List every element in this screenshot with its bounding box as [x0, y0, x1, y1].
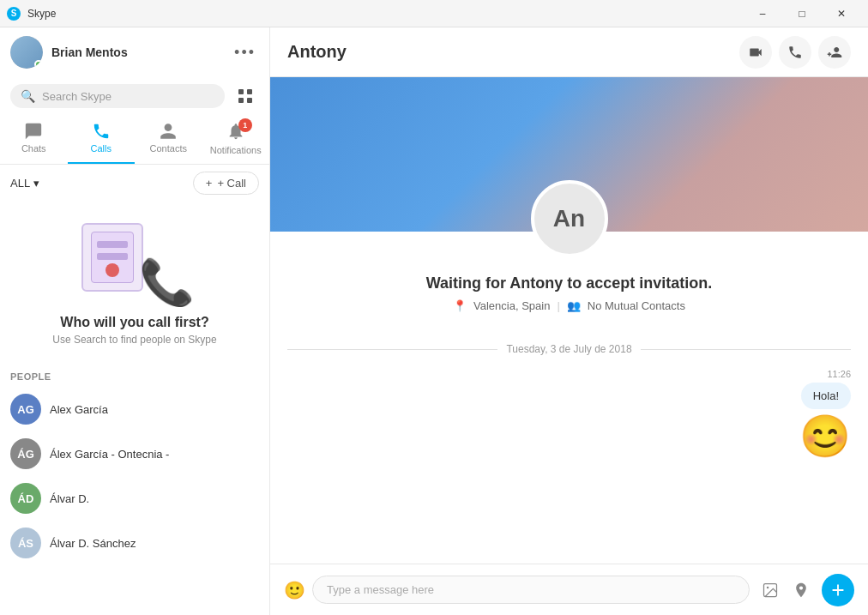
- call-plus-icon: +: [206, 177, 213, 190]
- app-icon: S: [7, 7, 21, 21]
- sidebar-content: 📞 Who will you call first? Use Search to…: [0, 202, 269, 615]
- message-group: 11:26 Hola! 😊: [287, 369, 851, 461]
- image-button[interactable]: [756, 576, 784, 604]
- svg-rect-3: [247, 98, 252, 103]
- profile-area: Brian Mentos •••: [0, 27, 269, 77]
- svg-rect-1: [247, 89, 252, 94]
- input-actions: [756, 576, 815, 604]
- message-emoji: 😊: [799, 413, 851, 461]
- list-item[interactable]: AG Alex García: [0, 387, 269, 431]
- video-call-button[interactable]: [739, 36, 772, 69]
- date-line-left: [287, 349, 497, 350]
- avatar: ÁG: [10, 438, 41, 469]
- filter-label: ALL: [10, 177, 30, 190]
- new-call-button[interactable]: + + Call: [193, 172, 259, 195]
- titlebar: S Skype – □ ✕: [0, 0, 868, 27]
- message-input[interactable]: [312, 576, 750, 604]
- contact-name: Álvar D. Sánchez: [50, 537, 136, 550]
- tab-chats[interactable]: Chats: [0, 115, 68, 164]
- search-bar: 🔍: [0, 77, 269, 115]
- search-icon: 🔍: [21, 89, 35, 103]
- avatar: ÁS: [10, 528, 41, 558]
- sidebar: Brian Mentos ••• 🔍: [0, 27, 270, 615]
- avatar: ÁD: [10, 483, 41, 514]
- tab-chats-label: Chats: [21, 143, 46, 154]
- meta-separator: |: [557, 299, 559, 312]
- date-line-right: [641, 349, 851, 350]
- list-item[interactable]: ÁS Álvar D. Sánchez: [0, 521, 269, 565]
- empty-state-subtext: Use Search to find people on Skype: [52, 334, 216, 346]
- location-button[interactable]: [787, 576, 815, 604]
- empty-state-heading: Who will you call first?: [60, 315, 208, 330]
- location-text: Valencia, Spain: [473, 299, 550, 312]
- chat-panel: Antony An Waiting for Antony to accept: [270, 27, 868, 615]
- message-time: 11:26: [827, 369, 851, 379]
- list-item[interactable]: ÁG Álex García - Ontecnia -: [0, 431, 269, 476]
- user-avatar[interactable]: [10, 36, 43, 69]
- notification-badge: 1: [238, 118, 252, 132]
- app-title: Skype: [27, 8, 56, 20]
- contact-name: Alex García: [50, 403, 108, 416]
- tab-calls[interactable]: Calls: [68, 115, 136, 164]
- people-section-label: PEOPLE: [10, 371, 51, 382]
- invitation-meta: 📍 Valencia, Spain | 👥 No Mutual Contacts: [453, 299, 685, 312]
- filter-chevron-icon: ▾: [33, 177, 39, 190]
- contact-list: AG Alex García ÁG Álex García - Ontecnia…: [0, 387, 269, 615]
- contact-name: Álex García - Ontecnia -: [50, 448, 169, 461]
- avatar-initials: An: [553, 205, 585, 232]
- search-input[interactable]: [42, 90, 214, 103]
- location-icon: 📍: [453, 299, 467, 312]
- maximize-button[interactable]: □: [782, 0, 822, 27]
- profile-left: Brian Mentos: [10, 36, 128, 69]
- chat-header: Antony: [270, 27, 868, 77]
- call-button-label: + Call: [217, 177, 246, 190]
- voice-call-button[interactable]: [779, 36, 811, 69]
- add-button[interactable]: [822, 574, 854, 606]
- avatar: AG: [10, 394, 41, 425]
- svg-point-5: [767, 586, 769, 588]
- main-layout: Brian Mentos ••• 🔍: [0, 27, 868, 615]
- date-label: Tuesday, 3 de July de 2018: [506, 343, 631, 355]
- invitation-text: Waiting for Antony to accept invitation.: [426, 274, 713, 292]
- mutual-contacts-icon: 👥: [567, 299, 581, 312]
- tab-calls-label: Calls: [91, 143, 112, 154]
- nav-tabs: Chats Calls Contacts 1 Notifications: [0, 115, 269, 165]
- window-controls: – □ ✕: [743, 0, 861, 27]
- contact-avatar-large: An: [531, 180, 608, 257]
- emoji-button[interactable]: 🙂: [284, 580, 305, 600]
- mutual-contacts-text: No Mutual Contacts: [588, 299, 685, 312]
- close-button[interactable]: ✕: [822, 0, 861, 27]
- profile-banner: An: [270, 77, 868, 232]
- people-section: PEOPLE: [0, 363, 269, 387]
- titlebar-left: S Skype: [7, 7, 56, 21]
- search-wrap: 🔍: [10, 84, 225, 108]
- contact-name: Álvar D.: [50, 492, 89, 505]
- user-name: Brian Mentos: [51, 45, 128, 59]
- svg-rect-2: [238, 98, 244, 103]
- more-options-button[interactable]: •••: [231, 40, 259, 65]
- svg-rect-0: [238, 89, 244, 94]
- empty-state: 📞 Who will you call first? Use Search to…: [0, 202, 269, 363]
- tab-contacts[interactable]: Contacts: [135, 115, 202, 164]
- empty-illustration: 📞: [75, 219, 195, 304]
- tab-notifications-label: Notifications: [210, 145, 262, 155]
- filter-row: ALL ▾ + + Call: [0, 165, 269, 202]
- filter-all-button[interactable]: ALL ▾: [10, 177, 39, 190]
- add-contact-button[interactable]: [818, 36, 851, 69]
- grid-icon-button[interactable]: [232, 82, 259, 110]
- online-indicator: [34, 60, 43, 69]
- message-input-area: 🙂: [270, 564, 868, 615]
- minimize-button[interactable]: –: [743, 0, 782, 27]
- list-item[interactable]: ÁD Álvar D.: [0, 476, 269, 521]
- tab-contacts-label: Contacts: [150, 143, 187, 154]
- message-bubble: Hola!: [801, 383, 851, 409]
- chat-actions: [739, 36, 851, 69]
- tab-notifications[interactable]: 1 Notifications: [202, 115, 270, 164]
- messages-area: Tuesday, 3 de July de 2018 11:26 Hola! 😊: [270, 329, 868, 564]
- chat-title: Antony: [287, 42, 347, 62]
- phone-icon: 📞: [139, 260, 195, 304]
- date-divider: Tuesday, 3 de July de 2018: [287, 343, 851, 355]
- book-icon: [81, 223, 143, 292]
